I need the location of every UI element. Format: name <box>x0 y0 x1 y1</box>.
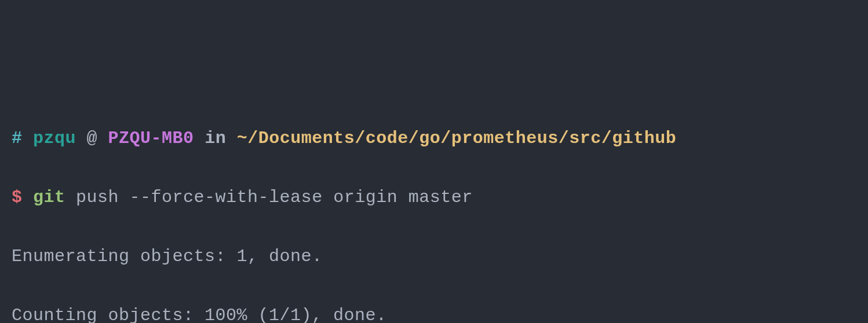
prompt-user: pzqu <box>33 129 76 148</box>
terminal-command-line[interactable]: $ git push --force-with-lease origin mas… <box>12 183 856 212</box>
prompt-hash: # <box>12 129 23 148</box>
git-args: push --force-with-lease origin master <box>76 188 473 207</box>
terminal-output-line: Enumerating objects: 1, done. <box>12 242 856 271</box>
terminal-output-line: Counting objects: 100% (1/1), done. <box>12 301 856 323</box>
prompt-in: in <box>205 129 226 148</box>
git-command: git <box>33 188 65 207</box>
prompt-at: @ <box>87 129 98 148</box>
prompt-dollar: $ <box>12 188 23 207</box>
prompt-host: PZQU-MB0 <box>108 129 194 148</box>
terminal-prompt-line: # pzqu @ PZQU-MB0 in ~/Documents/code/go… <box>12 124 856 153</box>
prompt-path: ~/Documents/code/go/prometheus/src/githu… <box>237 129 677 148</box>
